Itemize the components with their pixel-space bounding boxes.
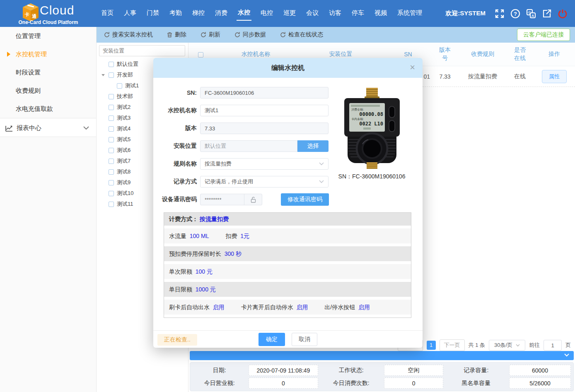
version-field[interactable] — [200, 123, 329, 134]
choose-location-button[interactable]: 选择 — [297, 140, 329, 152]
refresh-icon — [201, 32, 206, 38]
welcome-user: 欢迎:SYSTEM — [445, 10, 486, 17]
page-size-select[interactable]: 30条/页 — [489, 340, 525, 351]
help-icon[interactable]: ? — [510, 9, 520, 19]
button-label: 刷新 — [209, 31, 220, 38]
status-value-record-capacity: 60000 — [509, 365, 571, 376]
auto-stop-value-link[interactable]: 启用 — [296, 304, 308, 310]
next-page-button[interactable]: 下一页 — [440, 339, 465, 351]
single-limit-value-link[interactable]: 100 元 — [196, 268, 213, 275]
nav-item-consume[interactable]: 消费 — [214, 7, 229, 20]
new-window-icon[interactable] — [542, 9, 552, 19]
select-all-checkbox[interactable] — [198, 52, 203, 58]
single-limit-row: 单次限额 100 元 — [164, 264, 411, 279]
location-field[interactable] — [200, 140, 297, 152]
nav-item-water[interactable]: 水控 — [237, 6, 251, 21]
record-mode-select[interactable]: 记录满后，停止使用 — [200, 176, 329, 188]
expander-icon[interactable] — [101, 74, 105, 76]
device-image: 消费金额: 00000.08 卡内余额: 0022 L10 SN：FC-3600… — [336, 87, 408, 180]
device-name-field[interactable] — [200, 105, 329, 116]
logo-title: Cloud — [40, 3, 74, 17]
sidebar-item-time-period[interactable]: 时段设置 — [0, 63, 96, 82]
prehold-label: 预扣费停用保留时长 — [169, 250, 221, 257]
cloud-client-status-button[interactable]: 云客户端已连接 — [517, 29, 570, 41]
nav-item-system[interactable]: 系统管理 — [396, 7, 423, 20]
tree-node-label: 测试5 — [117, 136, 130, 143]
change-password-button[interactable]: 修改通讯密码 — [281, 193, 329, 206]
rule-select[interactable]: 按流量扣费 — [200, 158, 329, 170]
nav-item-hr[interactable]: 人事 — [123, 7, 138, 20]
checkbox[interactable] — [109, 159, 114, 164]
close-icon[interactable]: × — [410, 62, 415, 73]
refresh-icon — [280, 32, 286, 38]
attributes-button[interactable]: 属性 — [542, 70, 567, 83]
auto-out-value-link[interactable]: 启用 — [213, 304, 225, 310]
daily-limit-row: 单日限额 1000 元 — [164, 282, 411, 297]
nav-item-access[interactable]: 门禁 — [145, 7, 160, 20]
nav-item-attendance[interactable]: 考勤 — [168, 7, 183, 20]
rule-select-value: 按流量扣费 — [205, 160, 232, 168]
nav-item-home[interactable]: 首页 — [100, 7, 115, 20]
daily-limit-value-link[interactable]: 1000 元 — [196, 286, 216, 293]
sidebar-item-report-center[interactable]: 报表中心 — [0, 118, 96, 137]
tree-node-label: 测试3 — [117, 114, 130, 122]
nav-item-electric[interactable]: 电控 — [259, 7, 274, 20]
sn-field[interactable] — [200, 87, 329, 99]
toolbar: 搜索安装水控机 删除 刷新 同步数据 检查在线状态 云客户端已连接 — [97, 27, 575, 43]
sidebar-item-water-device-mgmt[interactable]: 水控机管理 — [0, 45, 96, 63]
power-icon[interactable] — [558, 9, 568, 19]
goto-page-input[interactable] — [544, 340, 562, 351]
flow-value-link[interactable]: 100 ML — [190, 233, 209, 239]
refresh-icon — [234, 32, 240, 38]
nav-item-elevator[interactable]: 梯控 — [191, 7, 206, 20]
ok-button[interactable]: 确定 — [259, 333, 285, 346]
refresh-button[interactable]: 刷新 — [201, 31, 220, 38]
delete-button[interactable]: 删除 — [167, 31, 186, 38]
cancel-button[interactable]: 取消 — [292, 333, 317, 346]
billing-method-link[interactable]: 按流量扣费 — [200, 216, 229, 222]
fee-value-link[interactable]: 1元 — [240, 233, 249, 239]
status-label-date: 日期: — [193, 365, 246, 376]
page-number-1[interactable]: 1 — [427, 341, 436, 350]
prehold-value-link[interactable]: 300 秒 — [225, 250, 242, 257]
fullscreen-icon[interactable] — [495, 9, 505, 19]
sidebar-item-location-mgmt[interactable]: 位置管理 — [0, 27, 96, 45]
checkbox[interactable] — [109, 169, 114, 175]
checkbox[interactable] — [109, 148, 114, 153]
sidebar-item-fee-rules[interactable]: 收费规则 — [0, 82, 96, 100]
sn-label: SN: — [157, 89, 197, 96]
tree-node-label: 测试1 — [125, 82, 139, 89]
checkbox[interactable] — [109, 62, 114, 67]
nav-item-parking[interactable]: 停车 — [350, 7, 365, 20]
comm-password-field[interactable] — [201, 194, 244, 205]
checkbox[interactable] — [109, 191, 114, 196]
nav-item-visitor[interactable]: 访客 — [328, 7, 343, 20]
checkbox[interactable] — [109, 126, 114, 132]
nav-item-video[interactable]: 视频 — [373, 7, 388, 20]
checkbox[interactable] — [109, 180, 114, 185]
chevron-down-icon — [83, 125, 89, 130]
checkbox[interactable] — [109, 137, 114, 142]
switch-button-value-link[interactable]: 启用 — [358, 304, 370, 310]
unlock-icon[interactable] — [244, 194, 262, 205]
checkbox[interactable] — [109, 94, 114, 99]
device-status-panel: 日期: 2020-07-09 11:08:49 工作状态: 空闲 记录容量: 6… — [190, 362, 574, 391]
checkbox[interactable] — [109, 202, 114, 207]
billing-method-row: 计费方式： 按流量扣费 — [164, 213, 411, 226]
checkbox[interactable] — [109, 72, 114, 78]
device-status-collapse-bar[interactable] — [190, 351, 574, 360]
nav-item-meeting[interactable]: 会议 — [305, 7, 320, 20]
svg-text:卡内余额:: 卡内余额: — [351, 118, 364, 121]
search-devices-button[interactable]: 搜索安装水控机 — [104, 31, 153, 38]
checkbox[interactable] — [109, 105, 114, 110]
checkbox[interactable] — [117, 83, 122, 89]
tree-node-label: 默认位置 — [117, 60, 138, 68]
location-filter-input[interactable] — [99, 45, 185, 56]
check-online-button[interactable]: 检查在线状态 — [280, 31, 323, 38]
checkbox[interactable] — [109, 115, 114, 121]
translate-icon[interactable]: 中 A — [526, 9, 536, 19]
chevron-down-icon — [516, 344, 520, 347]
sync-data-button[interactable]: 同步数据 — [234, 31, 266, 38]
nav-item-patrol[interactable]: 巡更 — [282, 7, 297, 20]
sidebar-item-recharge-withdraw[interactable]: 水电充值取款 — [0, 100, 96, 118]
